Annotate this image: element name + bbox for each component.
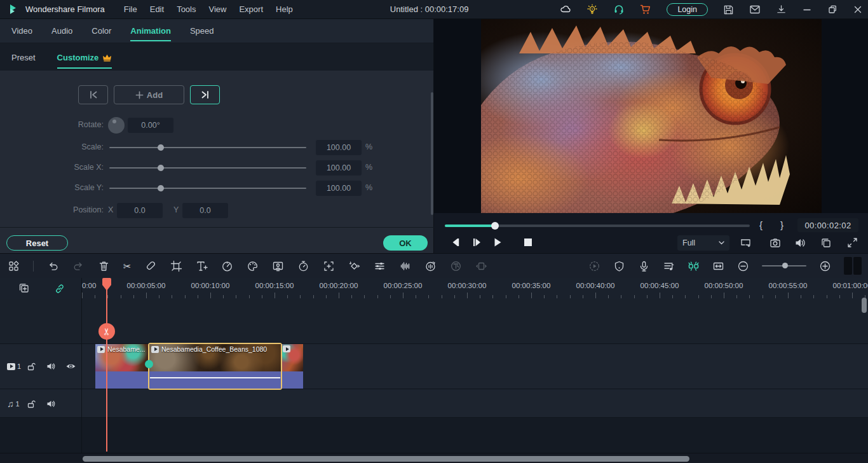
subtab-preset[interactable]: Preset	[11, 46, 36, 69]
ok-button[interactable]: OK	[383, 235, 428, 251]
text-to-speech-icon[interactable]	[450, 260, 462, 272]
track-view-box[interactable]	[853, 257, 862, 275]
menu-tools[interactable]: Tools	[172, 3, 201, 16]
clip-1[interactable]: Nesabame...	[95, 344, 149, 389]
redo-icon[interactable]	[72, 260, 85, 272]
dual-screen-icon[interactable]	[740, 237, 752, 249]
seek-thumb[interactable]	[491, 222, 499, 230]
crop-icon[interactable]	[170, 260, 182, 272]
scale-slider[interactable]	[109, 147, 306, 148]
motion-track-icon[interactable]	[323, 260, 335, 272]
download-icon[interactable]	[776, 4, 787, 15]
playhead[interactable]: ✂	[106, 278, 107, 452]
rotate-value[interactable]: 0.00°	[128, 118, 173, 133]
login-button[interactable]: Login	[667, 3, 708, 16]
timeline-zoom-slider[interactable]	[762, 265, 806, 266]
reset-button[interactable]: Reset	[6, 235, 68, 251]
menu-file[interactable]: File	[119, 3, 142, 16]
speed-icon[interactable]	[221, 260, 233, 272]
menu-view[interactable]: View	[203, 3, 231, 16]
audio-sync-icon[interactable]	[424, 260, 437, 272]
support-headset-icon[interactable]	[613, 4, 625, 15]
render-preview-icon[interactable]	[588, 260, 600, 272]
tab-video[interactable]: Video	[11, 20, 32, 41]
add-text-icon[interactable]	[196, 260, 208, 272]
lock-track-icon[interactable]	[26, 361, 36, 371]
scale-x-value[interactable]: 100.00	[316, 160, 362, 176]
chroma-key-icon[interactable]	[272, 260, 284, 272]
store-cart-icon[interactable]	[640, 4, 651, 15]
menu-export[interactable]: Export	[234, 3, 268, 16]
tips-bulb-icon[interactable]	[587, 4, 598, 15]
audio-mixer-icon[interactable]	[663, 260, 675, 272]
position-x-value[interactable]: 0.0	[117, 203, 163, 218]
playhead-split-button[interactable]: ✂	[98, 323, 115, 340]
fullscreen-icon[interactable]	[847, 237, 858, 248]
scale-y-slider[interactable]	[109, 188, 306, 189]
save-icon[interactable]	[723, 4, 734, 15]
voiceover-mic-icon[interactable]	[638, 260, 650, 272]
link-clips-icon[interactable]	[54, 283, 65, 294]
add-keyframe-button[interactable]: Add	[114, 85, 184, 104]
volume-icon[interactable]	[794, 237, 806, 249]
tab-audio[interactable]: Audio	[51, 20, 72, 41]
transition-handle[interactable]	[145, 360, 153, 368]
copy-icon[interactable]	[820, 237, 832, 249]
stop-icon[interactable]	[524, 238, 532, 246]
track-view-box[interactable]	[844, 257, 852, 275]
timeline-horizontal-scrollbar[interactable]	[83, 456, 689, 462]
snap-icon[interactable]	[688, 260, 700, 272]
hide-track-icon[interactable]	[65, 362, 76, 371]
mute-track-icon[interactable]	[46, 399, 56, 409]
scale-y-value[interactable]: 100.00	[316, 181, 362, 196]
speed-ramp-icon[interactable]	[297, 260, 309, 272]
add-to-track-icon[interactable]	[18, 282, 30, 294]
menu-edit[interactable]: Edit	[145, 3, 169, 16]
play-icon[interactable]	[492, 237, 503, 247]
tab-speed[interactable]: Speed	[190, 20, 214, 41]
timeline-ruler[interactable]: 00:00:0000:00:05:0000:00:10:0000:00:15:0…	[0, 278, 868, 299]
seek-bar[interactable]	[445, 225, 750, 227]
next-keyframe-button[interactable]	[190, 85, 220, 104]
next-frame-icon[interactable]	[472, 237, 482, 247]
scale-value[interactable]: 100.00	[316, 140, 362, 155]
subtab-customize[interactable]: Customize	[57, 46, 112, 69]
auto-reframe-icon[interactable]	[475, 260, 487, 272]
mute-track-icon[interactable]	[46, 361, 56, 371]
keyframe-icon[interactable]	[348, 260, 360, 272]
ruler-scale[interactable]: 00:00:0000:00:05:0000:00:10:0000:00:15:0…	[81, 278, 868, 299]
timeline-vertical-scrollbar[interactable]	[862, 298, 867, 313]
panel-scrollbar[interactable]	[431, 92, 433, 215]
menu-help[interactable]: Help	[271, 3, 298, 16]
close-icon[interactable]	[853, 4, 863, 15]
timeline-upper-area[interactable]	[0, 299, 868, 343]
fit-timeline-icon[interactable]	[712, 260, 724, 272]
cloud-icon[interactable]	[560, 4, 571, 15]
scale-x-slider[interactable]	[109, 167, 306, 169]
denoise-icon[interactable]	[399, 260, 411, 272]
minimize-icon[interactable]	[802, 4, 812, 15]
tab-color[interactable]: Color	[92, 20, 111, 41]
media-grid-icon[interactable]	[8, 260, 20, 272]
clip-2-selected[interactable]: Nesabamedia_Coffee_Beans_1080	[149, 344, 281, 389]
color-palette-icon[interactable]	[247, 260, 259, 272]
mark-in-button[interactable]: {	[759, 219, 763, 230]
mail-icon[interactable]	[749, 4, 761, 15]
previous-keyframe-button[interactable]	[78, 85, 108, 104]
split-icon[interactable]: ✂	[123, 261, 132, 271]
previous-frame-icon[interactable]	[450, 237, 460, 247]
rotate-dial[interactable]	[108, 117, 125, 134]
marker-icon[interactable]	[613, 260, 625, 272]
lock-track-icon[interactable]	[26, 399, 36, 409]
restore-icon[interactable]	[827, 4, 837, 15]
audio-track-row[interactable]	[0, 389, 868, 418]
zoom-out-icon[interactable]	[737, 260, 749, 272]
mark-out-button[interactable]: }	[780, 219, 783, 230]
preview-video-frame[interactable]	[481, 19, 822, 213]
zoom-in-icon[interactable]	[819, 260, 831, 272]
position-y-value[interactable]: 0.0	[182, 203, 228, 218]
snapshot-icon[interactable]	[770, 237, 781, 249]
clip-3[interactable]	[281, 344, 303, 389]
undo-icon[interactable]	[47, 260, 59, 272]
adjust-icon[interactable]	[374, 260, 386, 272]
